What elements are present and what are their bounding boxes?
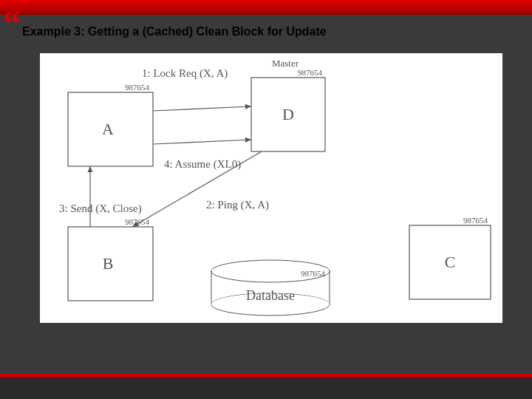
edge-lock-req	[153, 106, 251, 111]
node-b-label: B	[103, 254, 114, 273]
bottom-dark-bar	[0, 378, 532, 399]
top-accent-bar	[0, 0, 532, 15]
edge-4-label: 4: Assume (XL0)	[164, 158, 241, 171]
edge-assume	[153, 140, 251, 144]
node-a-label: A	[102, 120, 114, 138]
database-id: 987654	[301, 269, 326, 278]
node-d: Master 987654 D	[251, 58, 325, 151]
node-d-label: D	[282, 105, 294, 123]
node-d-id: 987654	[298, 68, 323, 77]
node-c-id: 987654	[463, 216, 488, 225]
quote-decoration: “	[3, 13, 21, 35]
diagram-canvas: 987654 A Master 987654 D 987654 B 987654…	[40, 53, 502, 323]
database-node: 987654 Database	[211, 260, 330, 316]
slide-title: Example 3: Getting a (Cached) Clean Bloc…	[22, 25, 327, 38]
edge-2-label: 2: Ping (X, A)	[206, 199, 269, 211]
node-a: 987654 A	[68, 83, 153, 166]
node-b: 987654 B	[68, 217, 153, 301]
node-c-label: C	[445, 253, 456, 271]
node-c: 987654 C	[409, 216, 491, 299]
node-d-role: Master	[272, 58, 299, 69]
edge-3-label: 3: Send (X, Close)	[59, 202, 142, 215]
database-label: Database	[246, 288, 295, 303]
node-a-id: 987654	[125, 83, 150, 92]
edge-1-label: 1: Lock Req (X, A)	[142, 67, 228, 80]
